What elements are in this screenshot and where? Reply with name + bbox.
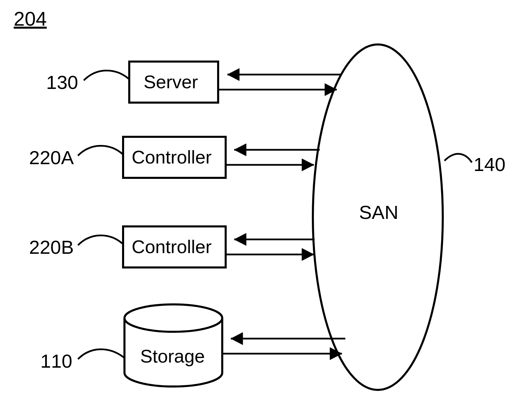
svg-point-0 <box>124 304 222 332</box>
controller-b-ref-label: 220B <box>29 236 74 258</box>
controller-a-ref-leader <box>78 146 122 156</box>
san-ref-label: 140 <box>474 154 505 175</box>
storage-ref-leader <box>78 349 124 359</box>
arrowhead-san-to-controller-b <box>234 233 246 246</box>
controller-b-text: Controller <box>132 236 212 257</box>
arrowhead-san-to-controller-a <box>234 144 246 156</box>
figure-ref: 204 <box>14 8 47 30</box>
arrowhead-san-to-storage <box>231 332 243 345</box>
san-ref-leader <box>444 154 472 162</box>
arrowhead-controller-b-to-san <box>302 248 314 261</box>
storage-ref-label: 110 <box>40 350 72 372</box>
server-ref-label: 130 <box>46 71 78 93</box>
server-ref-leader <box>84 70 129 80</box>
san-label: SAN <box>359 201 398 223</box>
controller-a-ref-label: 220A <box>29 147 74 168</box>
storage-text: Storage <box>140 346 205 366</box>
server-text: Server <box>144 71 198 92</box>
controller-a-text: Controller <box>132 147 212 167</box>
arrowhead-controller-a-to-san <box>302 159 314 171</box>
controller-b-ref-leader <box>78 235 122 245</box>
arrowhead-san-to-server <box>227 68 239 81</box>
storage-cylinder <box>124 304 222 386</box>
